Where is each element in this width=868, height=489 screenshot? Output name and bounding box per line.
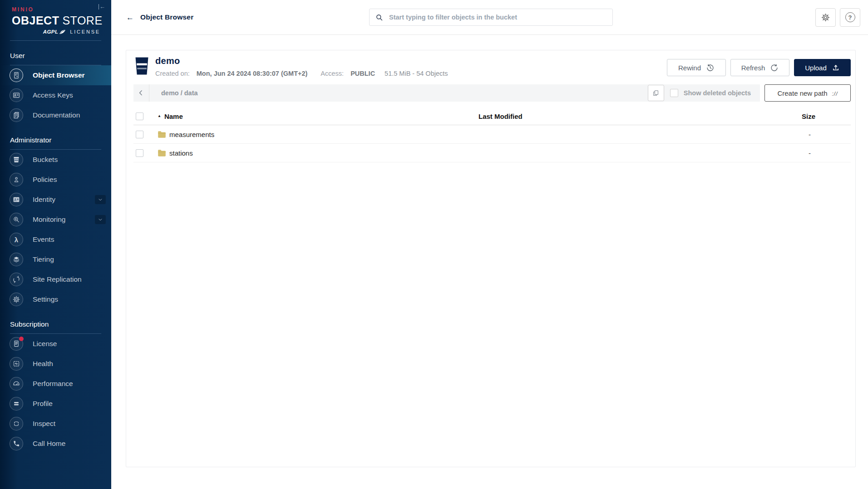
objects-table: ▲ Name Last Modified Size measurements - [133, 108, 851, 162]
search-icon [375, 13, 384, 22]
bucket-usage: 51.5 MiB - 54 Objects [385, 70, 448, 77]
sidebar-item-identity[interactable]: Identity [0, 190, 111, 210]
row-checkbox[interactable] [136, 149, 143, 157]
table-header-row: ▲ Name Last Modified Size [133, 108, 851, 125]
sidebar-item-call-home[interactable]: Call Home [0, 434, 111, 454]
size-cell: - [802, 149, 851, 157]
copy-icon [652, 89, 660, 97]
upload-icon [832, 64, 840, 72]
bucket-info: demo Created on: Mon, Jun 24 2024 08:30:… [155, 56, 448, 77]
column-header-size: Size [802, 112, 851, 120]
sidebar-item-site-replication[interactable]: Site Replication [0, 269, 111, 289]
top-actions: ? [815, 8, 860, 27]
sidebar-item-license[interactable]: License [0, 334, 111, 354]
sidebar-item-inspect[interactable]: Inspect [0, 414, 111, 434]
show-deleted-toggle[interactable]: Show deleted objects [670, 89, 751, 97]
rewind-button[interactable]: Rewind [667, 59, 726, 76]
notification-dot [19, 337, 24, 341]
breadcrumb-bar: demo / data Show deleted objects [133, 84, 760, 102]
object-name-cell[interactable]: stations [153, 149, 478, 157]
site-replication-icon [10, 273, 23, 286]
top-bar: ← Object Browser ? [111, 0, 868, 35]
path-row: demo / data Show deleted objects Create … [133, 84, 851, 102]
sidebar-item-health[interactable]: Health [0, 354, 111, 374]
rewind-icon [706, 64, 715, 72]
breadcrumb[interactable]: demo / data [161, 89, 648, 97]
monitoring-icon [10, 213, 23, 226]
sidebar-item-monitoring[interactable]: Monitoring [0, 210, 111, 230]
sidebar-item-label: Site Replication [33, 275, 82, 284]
show-deleted-label: Show deleted objects [684, 89, 751, 97]
table-row[interactable]: stations - [133, 144, 851, 162]
refresh-button[interactable]: Refresh [730, 59, 789, 76]
settings-button[interactable] [815, 8, 836, 27]
chevron-down-icon [95, 215, 106, 224]
sidebar-item-policies[interactable]: Policies [0, 170, 111, 190]
sidebar-item-object-browser[interactable]: Object Browser [0, 65, 111, 85]
tiering-icon [10, 253, 23, 266]
inspect-icon [10, 417, 23, 430]
create-new-path-button[interactable]: Create new path :// [764, 84, 851, 102]
chevron-left-icon [137, 88, 145, 98]
gear-icon [821, 13, 830, 22]
minio-logo: MINIO OBJECTSTORE AGPL LICENSE [0, 0, 111, 34]
sort-asc-icon: ▲ [158, 114, 161, 118]
create-path-icon: :// [832, 91, 838, 97]
access-keys-icon [10, 88, 23, 102]
sidebar-item-performance[interactable]: Performance [0, 374, 111, 394]
license-badge: AGPL LICENSE [12, 29, 101, 34]
performance-icon [10, 377, 23, 391]
upload-button[interactable]: Upload [794, 59, 851, 76]
sidebar-item-label: Events [33, 235, 54, 244]
select-all-checkbox[interactable] [136, 112, 143, 120]
sidebar-item-buckets[interactable]: Buckets [0, 150, 111, 170]
search-input[interactable] [388, 13, 607, 21]
sidebar-item-label: Buckets [33, 156, 58, 164]
bucket-icon [134, 57, 149, 77]
sidebar-section-user: User [0, 41, 111, 65]
object-store-wordmark: OBJECTSTORE [12, 14, 101, 27]
help-button[interactable]: ? [840, 8, 860, 27]
row-checkbox[interactable] [136, 131, 143, 138]
column-header-name[interactable]: ▲ Name [153, 112, 478, 120]
page-title-back[interactable]: ← Object Browser [126, 13, 193, 21]
sidebar-collapse-icon[interactable]: ← [99, 4, 105, 10]
created-on-label: Created on: [155, 70, 190, 77]
sidebar-item-label: Access Keys [33, 91, 73, 99]
license-icon [10, 337, 23, 351]
access-value[interactable]: PUBLIC [350, 70, 375, 77]
sidebar-item-settings[interactable]: Settings [0, 289, 111, 309]
access-label: Access: [321, 70, 344, 77]
table-row[interactable]: measurements - [133, 125, 851, 144]
breadcrumb-back-button[interactable] [133, 84, 149, 102]
object-filter-search [369, 9, 613, 26]
column-header-last-modified: Last Modified [478, 112, 802, 120]
sidebar-item-access-keys[interactable]: Access Keys [0, 85, 111, 105]
object-name-cell[interactable]: measurements [153, 131, 478, 138]
feather-icon [59, 29, 66, 34]
sidebar-item-tiering[interactable]: Tiering [0, 249, 111, 269]
sidebar-section-subscription: Subscription [0, 309, 111, 333]
back-arrow-icon[interactable]: ← [126, 14, 134, 21]
show-deleted-checkbox[interactable] [670, 89, 678, 97]
documentation-icon [10, 108, 23, 122]
created-on-value: Mon, Jun 24 2024 08:30:07 (GMT+2) [197, 70, 308, 77]
sidebar-item-documentation[interactable]: Documentation [0, 105, 111, 125]
folder-icon [158, 131, 166, 138]
sidebar-item-label: Identity [33, 196, 55, 204]
sidebar-item-profile[interactable]: Profile [0, 394, 111, 414]
sidebar-item-label: Profile [33, 400, 53, 408]
identity-icon [10, 193, 23, 206]
events-icon: λ [10, 233, 23, 246]
copy-path-button[interactable] [648, 85, 664, 101]
sidebar-item-label: Call Home [33, 440, 65, 448]
chevron-down-icon [95, 195, 106, 204]
folder-icon [158, 149, 166, 157]
sidebar-item-events[interactable]: λ Events [0, 230, 111, 249]
bucket-browser-card: demo Created on: Mon, Jun 24 2024 08:30:… [126, 50, 856, 467]
sidebar-item-label: Monitoring [33, 215, 65, 224]
sidebar-item-label: Inspect [33, 420, 55, 428]
health-icon [10, 357, 23, 371]
minio-brand-text: MINIO [12, 6, 101, 13]
sidebar-item-label: Performance [33, 380, 73, 388]
